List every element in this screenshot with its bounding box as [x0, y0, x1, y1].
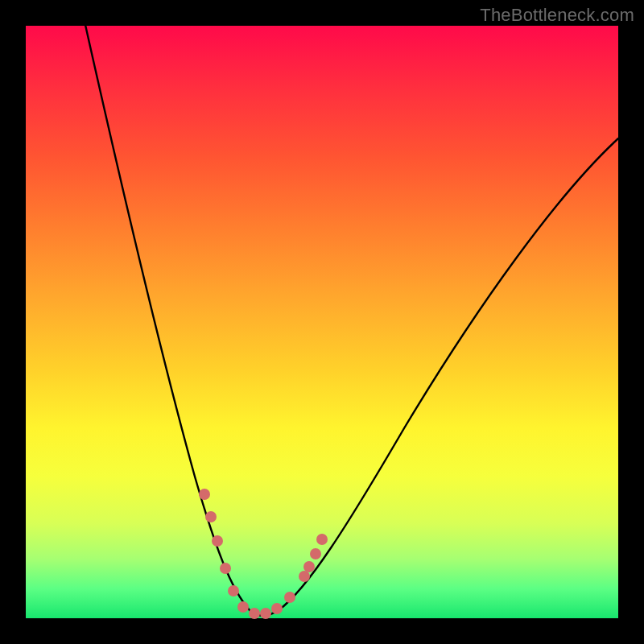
curve-group [84, 18, 618, 616]
marker-dot [199, 489, 210, 500]
chart-frame: TheBottleneck.com [0, 0, 644, 644]
marker-dot [205, 511, 217, 522]
bottleneck-curve [84, 18, 618, 616]
marker-group [199, 489, 328, 619]
marker-dot [271, 603, 283, 614]
bottleneck-curve-svg [26, 26, 618, 618]
marker-dot [299, 571, 310, 582]
watermark-text: TheBottleneck.com [480, 5, 634, 26]
marker-dot [303, 561, 315, 572]
marker-dot [228, 585, 239, 597]
marker-dot [260, 608, 271, 619]
marker-dot [220, 563, 231, 574]
marker-dot [249, 608, 260, 619]
marker-dot [212, 535, 223, 547]
marker-dot [316, 534, 328, 545]
marker-dot [237, 601, 249, 613]
plot-area [26, 26, 618, 618]
marker-dot [310, 548, 321, 559]
marker-dot [284, 592, 295, 603]
